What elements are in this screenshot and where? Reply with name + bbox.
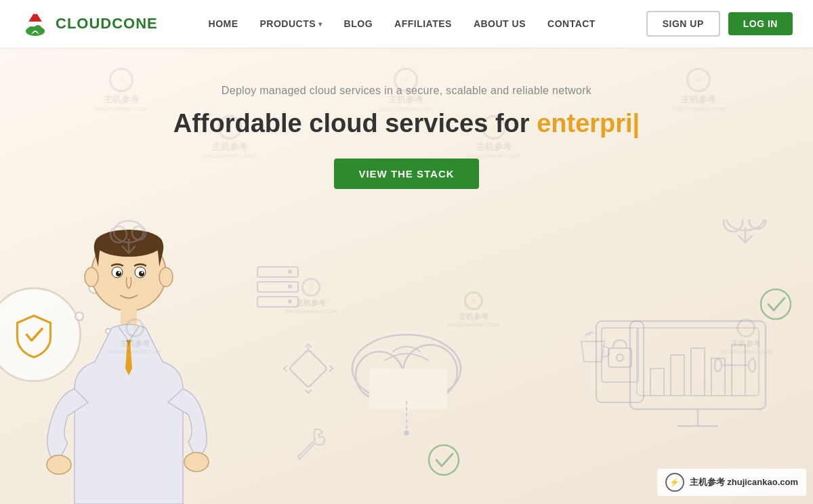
svg-point-18	[184, 453, 209, 471]
download-cloud-right-icon	[718, 219, 772, 247]
check-circle-right-icon	[759, 287, 793, 321]
check-circle-icon	[427, 443, 461, 477]
nav-contact[interactable]: CONTACT	[547, 18, 596, 29]
svg-point-17	[47, 455, 71, 474]
nav-affiliates[interactable]: AFFILIATES	[394, 18, 452, 29]
nav-links: HOME PRODUCTS ▾ BLOG AFFILIATES ABOUT US…	[209, 18, 596, 29]
illustration-area: ⚡ 主机参考 ZHUJICANKAO.COM	[0, 219, 813, 504]
svg-rect-46	[691, 348, 705, 396]
download-cloud-icon	[105, 219, 152, 260]
nav-about[interactable]: ABOUT US	[474, 18, 526, 29]
svg-point-51	[761, 289, 791, 319]
nav-home[interactable]: HOME	[209, 18, 238, 29]
login-button[interactable]: LOG IN	[728, 12, 793, 35]
svg-point-36	[404, 430, 409, 436]
svg-rect-45	[671, 355, 684, 396]
svg-point-22	[288, 270, 292, 274]
svg-rect-44	[650, 369, 664, 396]
badge-url: zhujicankao.com	[727, 477, 798, 487]
nav-products-label: PRODUCTS	[260, 18, 316, 29]
hero-section: ⚡ 主机参考 ZHUJICANKAO.COM ⚡ 主机参考 ZHUJICANKA…	[0, 47, 813, 504]
view-stack-button[interactable]: VIEW THE STACK	[334, 159, 478, 189]
svg-point-41	[617, 354, 623, 361]
svg-point-2	[33, 10, 37, 14]
logo-text: CLOUDCONE	[56, 15, 158, 33]
watermark-6: ⚡ 主机参考 ZHUJICANKAO.COM	[108, 318, 161, 355]
coffee-cup-icon	[576, 328, 610, 369]
nav-products[interactable]: PRODUCTS ▾	[260, 18, 322, 29]
watermark-8: ⚡ 主机参考 ZHUJICANKAO.COM	[447, 291, 499, 328]
navbar: CLOUDCONE HOME PRODUCTS ▾ BLOG AFFILIATE…	[0, 0, 813, 47]
nav-buttons: SIGN UP LOG IN	[646, 11, 793, 37]
watermark-9: ⚡ 主机参考 ZHUJICANKAO.COM	[720, 318, 772, 355]
svg-rect-1	[27, 22, 43, 25]
svg-point-13	[142, 272, 144, 274]
hero-content: Deploy managed cloud services in a secur…	[0, 47, 813, 189]
person-illustration	[20, 219, 237, 504]
chevron-down-icon: ▾	[318, 20, 322, 28]
badge-icon: ⚡	[665, 473, 684, 492]
hero-title: Affordable cloud services for enterpri	[0, 109, 813, 138]
logo-icon	[20, 9, 50, 39]
hero-title-highlight: enterpri	[537, 109, 640, 138]
badge-label: 主机参考 zhujicankao.com	[690, 476, 798, 488]
nav-blog[interactable]: BLOG	[344, 18, 373, 29]
hero-subtitle: Deploy managed cloud services in a secur…	[0, 85, 813, 97]
svg-point-5	[34, 25, 42, 33]
svg-rect-34	[369, 369, 447, 409]
svg-rect-19	[257, 267, 298, 277]
svg-point-12	[119, 272, 121, 274]
hero-title-static: Affordable cloud services for	[173, 109, 537, 138]
svg-point-15	[159, 268, 173, 287]
svg-rect-29	[289, 350, 328, 388]
watermark-7: ⚡ 主机参考 ZHUJICANKAO.COM	[285, 278, 337, 314]
svg-point-37	[429, 445, 459, 475]
signup-button[interactable]: SIGN UP	[646, 11, 720, 37]
logo[interactable]: CLOUDCONE	[20, 9, 158, 39]
site-badge: ⚡ 主机参考 zhujicankao.com	[657, 469, 806, 496]
svg-point-14	[85, 268, 98, 287]
